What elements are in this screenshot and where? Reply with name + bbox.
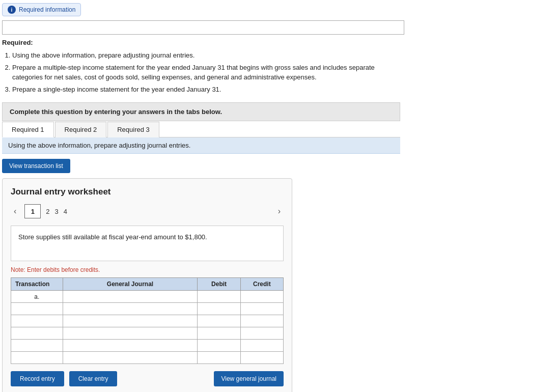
record-entry-button[interactable]: Record entry: [11, 371, 64, 386]
tabs-container: Required 1 Required 2 Required 3: [2, 121, 400, 137]
worksheet-title: Journal entry worksheet: [11, 187, 284, 197]
credit-input-3[interactable]: [243, 327, 281, 339]
debit-input-1[interactable]: [200, 303, 238, 315]
credit-input-5[interactable]: [243, 352, 281, 363]
col-header-general: General Journal: [63, 278, 198, 291]
clear-entry-button[interactable]: Clear entry: [69, 371, 118, 386]
debit-input-3[interactable]: [200, 327, 238, 339]
tab-description: Using the above information, prepare adj…: [2, 137, 400, 154]
page-4-button[interactable]: 4: [64, 208, 67, 215]
required-label: Required:: [2, 39, 400, 46]
info-icon: i: [8, 6, 16, 14]
debit-input-5[interactable]: [200, 352, 238, 363]
instruction-2: Prepare a multiple-step income statement…: [12, 63, 400, 82]
debit-input-2[interactable]: [200, 315, 238, 327]
col-header-debit: Debit: [198, 278, 240, 291]
page-2-button[interactable]: 2: [46, 208, 49, 215]
required-info-banner: i Required information: [2, 3, 81, 16]
table-row: a.: [11, 291, 63, 303]
general-journal-input-5[interactable]: [65, 352, 196, 363]
tab-required-3[interactable]: Required 3: [107, 122, 159, 137]
table-row: [11, 352, 63, 364]
general-journal-input-0[interactable]: [65, 291, 196, 302]
banner-label: Required information: [19, 6, 75, 13]
credit-input-0[interactable]: [243, 291, 281, 302]
debit-input-4[interactable]: [200, 340, 238, 351]
debit-input-0[interactable]: [200, 291, 238, 302]
credit-input-4[interactable]: [243, 340, 281, 351]
view-transaction-button[interactable]: View transaction list: [2, 159, 70, 173]
col-header-transaction: Transaction: [11, 278, 63, 291]
credit-input-1[interactable]: [243, 303, 281, 315]
instruction-3: Prepare a single-step income statement f…: [12, 85, 400, 95]
page-3-button[interactable]: 3: [55, 208, 59, 215]
general-journal-input-3[interactable]: [65, 327, 196, 339]
instructions: Using the above information, prepare adj…: [2, 50, 400, 94]
prev-page-button[interactable]: ‹: [11, 206, 19, 217]
table-row: [11, 340, 63, 352]
nav-row: ‹ 1 2 3 4 ›: [11, 204, 284, 218]
next-page-button[interactable]: ›: [275, 206, 284, 217]
note-warning: Note: Enter debits before credits.: [11, 266, 284, 273]
general-journal-input-1[interactable]: [65, 303, 196, 315]
bottom-buttons: Record entry Clear entry View general jo…: [11, 371, 284, 386]
credit-input-2[interactable]: [243, 315, 281, 327]
journal-table: Transaction General Journal Debit Credit…: [11, 277, 284, 364]
col-header-credit: Credit: [240, 278, 283, 291]
store-note-box: Store supplies still available at fiscal…: [11, 226, 284, 261]
instruction-1: Using the above information, prepare adj…: [12, 50, 400, 61]
table-row: [11, 303, 63, 315]
view-general-journal-button[interactable]: View general journal: [214, 371, 284, 386]
table-row: [11, 327, 63, 340]
worksheet-container: Journal entry worksheet ‹ 1 2 3 4 › Stor…: [2, 178, 292, 392]
top-input[interactable]: [2, 20, 404, 35]
general-journal-input-2[interactable]: [65, 315, 196, 327]
tab-required-1[interactable]: Required 1: [2, 122, 54, 137]
complete-banner: Complete this question by entering your …: [2, 102, 400, 121]
table-row: [11, 315, 63, 327]
tab-required-2[interactable]: Required 2: [55, 122, 107, 137]
general-journal-input-4[interactable]: [65, 340, 196, 351]
page-1-button[interactable]: 1: [24, 204, 41, 218]
